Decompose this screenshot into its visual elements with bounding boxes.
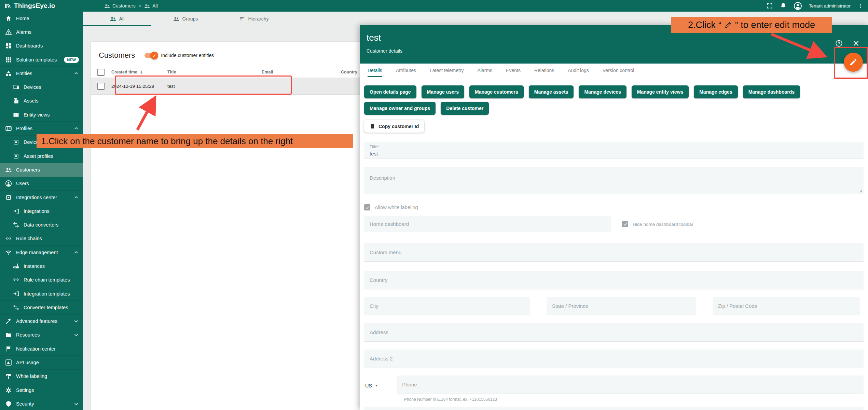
users-icon [5, 180, 12, 187]
notifications-bell-icon[interactable] [780, 2, 787, 9]
tab-all[interactable]: All [83, 12, 151, 26]
tab-attributes[interactable]: Attributes [396, 64, 416, 77]
customers-icon [104, 3, 110, 9]
open-details-page-button[interactable]: Open details page [364, 85, 416, 98]
delete-customer-button[interactable]: Delete customer [441, 102, 489, 115]
column-header-created-time[interactable]: Created time [111, 70, 167, 75]
address-field[interactable]: Address [364, 323, 864, 342]
zip-postal-code-field[interactable]: Zip / Postal Code [713, 297, 860, 315]
data-converters-icon [13, 221, 19, 228]
tab-latest-telemetry[interactable]: Latest telemetry [430, 64, 464, 77]
chevron-up-icon [73, 71, 79, 76]
row-checkbox[interactable] [97, 83, 105, 90]
tab-version-control[interactable]: Version control [603, 64, 634, 77]
toggle-label: Include customer entities [161, 53, 214, 58]
sidebar-item-profiles[interactable]: Profiles [0, 122, 83, 135]
customer-form: Title* test Description Allow white labe… [364, 142, 864, 410]
sidebar-item-api-usage[interactable]: API usage [0, 356, 83, 369]
kebab-menu-icon[interactable] [857, 3, 863, 9]
sidebar-item-data-converters[interactable]: Data converters [0, 218, 83, 232]
dashboards-icon [5, 42, 12, 49]
app-logo[interactable]: ThingsEye.io [0, 2, 83, 10]
tab-details[interactable]: Details [368, 64, 382, 77]
breadcrumb-customers[interactable]: Customers [104, 3, 136, 9]
sidebar-item-devices[interactable]: Devices [0, 80, 83, 94]
tab-audit-logs[interactable]: Audit logs [568, 64, 589, 77]
sidebar-item-advanced-features[interactable]: Advanced features [0, 315, 83, 328]
sidebar-item-home[interactable]: Home [0, 12, 83, 25]
column-header-title[interactable]: Title [167, 70, 262, 74]
include-customer-entities-toggle[interactable] [144, 53, 157, 58]
gear-icon [5, 387, 12, 394]
chart-icon [5, 359, 12, 366]
avatar[interactable] [794, 2, 802, 10]
sidebar-item-entities[interactable]: Entities [0, 67, 83, 80]
manage-edges-button[interactable]: Manage edges [694, 85, 738, 98]
allow-white-labeling-label: Allow white labeling [375, 205, 418, 210]
fullscreen-icon[interactable] [766, 2, 773, 9]
phone-country-select[interactable]: US [365, 383, 379, 394]
tab-events[interactable]: Events [506, 64, 521, 77]
entities-icon [5, 70, 12, 77]
hide-home-dashboard-toolbar-row: Hide home dashboard toolbar [622, 221, 693, 227]
sidebar-item-solution-templates[interactable]: Solution templatesNEW [0, 53, 83, 67]
sidebar-item-assets[interactable]: Assets [0, 94, 83, 108]
shield-icon [5, 400, 12, 407]
hide-home-dashboard-toolbar-checkbox[interactable] [622, 221, 628, 227]
title-field[interactable]: Title* test [364, 142, 864, 159]
sidebar-item-users[interactable]: Users [0, 177, 83, 191]
sidebar-item-notification-center[interactable]: Notification center [0, 342, 83, 356]
sidebar-item-integrations[interactable]: Integrations [0, 204, 83, 218]
tab-groups[interactable]: Groups [151, 12, 220, 26]
sidebar-item-customers[interactable]: Customers [0, 163, 83, 177]
sidebar-item-integration-templates[interactable]: Integration templates [0, 287, 83, 301]
home-dashboard-field[interactable]: Home dashboard [364, 216, 611, 232]
folder-icon [5, 331, 12, 338]
sidebar-item-converter-templates[interactable]: Converter templates [0, 301, 83, 314]
chevron-down-icon [73, 401, 79, 407]
sidebar-item-resources[interactable]: Resources [0, 328, 83, 342]
select-all-checkbox[interactable] [97, 69, 105, 76]
manage-dashboards-button[interactable]: Manage dashboards [743, 85, 800, 98]
tab-relations[interactable]: Relations [534, 64, 554, 77]
city-field[interactable]: City [364, 297, 530, 315]
breadcrumb-separator: > [139, 3, 141, 9]
manage-owner-and-groups-button[interactable]: Manage owner and groups [364, 102, 436, 115]
country-field[interactable]: Country [364, 271, 864, 289]
sidebar-item-asset-profiles[interactable]: Asset profiles [0, 149, 83, 163]
description-field[interactable]: Description [364, 167, 864, 194]
sidebar-item-edge-management[interactable]: Edge management [0, 246, 83, 259]
custom-menu-field[interactable]: Custom menu [364, 243, 864, 262]
sidebar-item-integrations-center[interactable]: Integrations center [0, 191, 83, 204]
sidebar-item-security[interactable]: Security [0, 397, 83, 410]
column-header-email[interactable]: Email [262, 70, 341, 74]
manage-assets-button[interactable]: Manage assets [529, 85, 574, 98]
tab-alarms[interactable]: Alarms [478, 64, 493, 77]
allow-white-labeling-checkbox[interactable] [364, 204, 370, 210]
top-bar-actions: Tenant administrator [766, 2, 868, 10]
manage-devices-button[interactable]: Manage devices [579, 85, 626, 98]
tab-hierarchy[interactable]: Hierarchy [220, 12, 288, 26]
annotation-step2: 2.Click “ ” to enter edit mode [671, 17, 832, 33]
sidebar-item-entity-views[interactable]: Entity views [0, 108, 83, 122]
groups-icon [173, 16, 179, 22]
row-highlight-box [115, 76, 292, 95]
breadcrumb: Customers > All [104, 3, 158, 9]
email-field[interactable]: Email [364, 407, 864, 410]
sidebar-item-settings[interactable]: Settings [0, 383, 83, 397]
sidebar-item-instances[interactable]: Instances [0, 259, 83, 273]
copy-customer-id-button[interactable]: Copy customer Id [364, 120, 424, 133]
sidebar-item-rule-chain-templates[interactable]: Rule chain templates [0, 273, 83, 287]
manage-customers-button[interactable]: Manage customers [469, 85, 524, 98]
address2-field[interactable]: Address 2 [364, 350, 864, 368]
state-province-field[interactable]: State / Province [547, 297, 696, 315]
breadcrumb-all[interactable]: All [144, 3, 158, 9]
action-buttons-row-2: Manage owner and groups Delete customer [364, 102, 864, 115]
phone-field[interactable]: Phone [397, 375, 864, 394]
sidebar-item-dashboards[interactable]: Dashboards [0, 39, 83, 53]
manage-users-button[interactable]: Manage users [422, 85, 464, 98]
manage-entity-views-button[interactable]: Manage entity views [632, 85, 689, 98]
sidebar-item-white-labeling[interactable]: White labeling [0, 370, 83, 383]
sidebar-item-rule-chains[interactable]: Rule chains [0, 232, 83, 246]
sidebar-item-alarms[interactable]: Alarms [0, 25, 83, 39]
